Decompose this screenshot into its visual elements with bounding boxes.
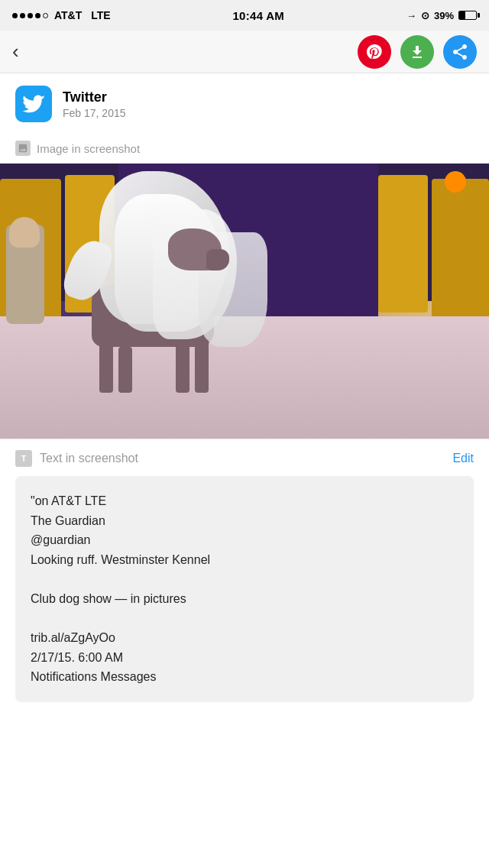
image-section-label: Image in screenshot <box>0 134 489 164</box>
dog-leg3 <box>176 343 189 393</box>
dot4 <box>35 13 40 18</box>
source-card: Twitter Feb 17, 2015 <box>0 73 489 134</box>
text-icon: T <box>15 450 32 467</box>
extracted-text-content: "on AT&T LTE The Guardian @guardian Look… <box>31 491 458 687</box>
pinterest-button[interactable] <box>358 35 391 69</box>
signal-dots <box>12 13 48 18</box>
extracted-text-box: "on AT&T LTE The Guardian @guardian Look… <box>15 476 474 702</box>
image-icon <box>18 143 28 154</box>
dot3 <box>28 13 33 18</box>
time-label: 10:44 AM <box>232 9 284 22</box>
status-left: AT&T LTE <box>12 9 111 21</box>
share-icon <box>451 43 469 61</box>
dot1 <box>12 13 18 18</box>
dog-scene <box>0 164 489 439</box>
dog-image <box>0 164 489 439</box>
share-button[interactable] <box>443 35 477 69</box>
nav-bar: ‹ <box>0 31 489 73</box>
location-icon: → <box>406 10 416 21</box>
nav-icons <box>358 35 477 69</box>
twitter-bird-icon <box>22 95 45 114</box>
battery-icon <box>458 11 477 20</box>
dot5 <box>43 13 48 18</box>
text-section-header: T Text in screenshot Edit <box>0 439 489 476</box>
network-type-label: LTE <box>91 9 110 21</box>
pinterest-icon <box>365 43 384 61</box>
alarm-icon: ⊙ <box>421 10 429 21</box>
source-name: Twitter <box>63 89 126 105</box>
edit-button[interactable]: Edit <box>452 452 474 465</box>
source-date: Feb 17, 2015 <box>63 107 126 119</box>
handler-hand <box>9 217 40 248</box>
twitter-logo <box>15 86 52 122</box>
download-icon <box>408 43 426 61</box>
text-section-label-text: Text in screenshot <box>40 452 138 465</box>
content-area: Twitter Feb 17, 2015 Image in screenshot <box>0 73 489 702</box>
source-info: Twitter Feb 17, 2015 <box>63 89 126 119</box>
dog-snout <box>206 249 229 270</box>
image-label-icon <box>15 141 31 156</box>
download-button[interactable] <box>400 35 434 69</box>
chair-right <box>432 179 489 339</box>
dot2 <box>20 13 25 18</box>
status-bar: AT&T LTE 10:44 AM → ⊙ 39% <box>0 0 489 31</box>
orange-badge <box>445 171 466 193</box>
battery-fill <box>459 11 465 19</box>
back-button[interactable]: ‹ <box>12 40 46 63</box>
battery-percent-label: 39% <box>434 10 454 21</box>
dog-leg1 <box>99 339 113 393</box>
image-label-text: Image in screenshot <box>37 142 140 155</box>
dog-leg2 <box>118 347 132 393</box>
text-section-left: T Text in screenshot <box>15 450 138 467</box>
carrier-label: AT&T <box>54 9 82 21</box>
chair-right2 <box>378 175 428 313</box>
dog-leg4 <box>195 339 209 393</box>
status-right: → ⊙ 39% <box>406 10 477 21</box>
